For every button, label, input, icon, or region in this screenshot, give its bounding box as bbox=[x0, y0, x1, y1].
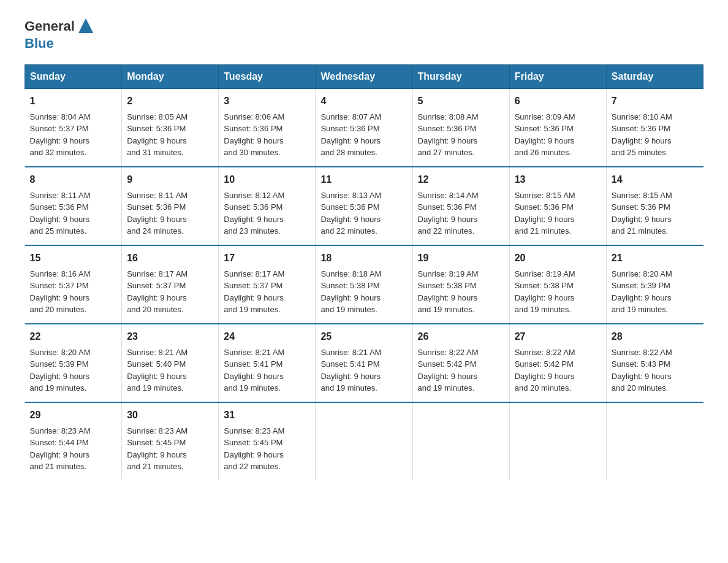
page-header: General Blue bbox=[25, 18, 703, 52]
day-cell: 11Sunrise: 8:13 AMSunset: 5:36 PMDayligh… bbox=[316, 167, 412, 245]
day-cell: 6Sunrise: 8:09 AMSunset: 5:36 PMDaylight… bbox=[509, 88, 606, 167]
week-row-4: 22Sunrise: 8:20 AMSunset: 5:39 PMDayligh… bbox=[25, 324, 703, 402]
day-number: 8 bbox=[30, 172, 117, 187]
day-info: Sunrise: 8:11 AMSunset: 5:36 PMDaylight:… bbox=[127, 190, 213, 237]
header-cell-thursday: Thursday bbox=[412, 64, 509, 88]
day-cell bbox=[316, 402, 412, 480]
day-number: 20 bbox=[515, 251, 601, 266]
day-cell: 18Sunrise: 8:18 AMSunset: 5:38 PMDayligh… bbox=[316, 245, 412, 324]
day-cell: 29Sunrise: 8:23 AMSunset: 5:44 PMDayligh… bbox=[25, 402, 122, 480]
header-row: SundayMondayTuesdayWednesdayThursdayFrid… bbox=[25, 64, 703, 88]
day-number: 1 bbox=[30, 94, 117, 109]
day-cell: 1Sunrise: 8:04 AMSunset: 5:37 PMDaylight… bbox=[25, 88, 122, 167]
day-info: Sunrise: 8:04 AMSunset: 5:37 PMDaylight:… bbox=[30, 111, 117, 159]
day-number: 3 bbox=[224, 94, 310, 109]
day-number: 23 bbox=[127, 329, 213, 344]
header-cell-monday: Monday bbox=[122, 64, 219, 88]
day-number: 4 bbox=[320, 94, 407, 109]
day-info: Sunrise: 8:15 AMSunset: 5:36 PMDaylight:… bbox=[515, 190, 601, 237]
day-info: Sunrise: 8:14 AMSunset: 5:36 PMDaylight:… bbox=[418, 190, 504, 237]
day-cell: 21Sunrise: 8:20 AMSunset: 5:39 PMDayligh… bbox=[606, 245, 703, 324]
day-cell bbox=[509, 402, 606, 480]
day-cell: 14Sunrise: 8:15 AMSunset: 5:36 PMDayligh… bbox=[606, 167, 703, 245]
day-info: Sunrise: 8:20 AMSunset: 5:39 PMDaylight:… bbox=[612, 268, 699, 316]
day-number: 9 bbox=[127, 172, 213, 187]
week-row-3: 15Sunrise: 8:16 AMSunset: 5:37 PMDayligh… bbox=[25, 245, 703, 324]
header-cell-sunday: Sunday bbox=[25, 64, 122, 88]
day-info: Sunrise: 8:06 AMSunset: 5:36 PMDaylight:… bbox=[224, 111, 310, 159]
day-info: Sunrise: 8:15 AMSunset: 5:36 PMDaylight:… bbox=[612, 190, 699, 237]
day-info: Sunrise: 8:17 AMSunset: 5:37 PMDaylight:… bbox=[224, 268, 310, 316]
day-number: 24 bbox=[224, 329, 310, 344]
day-cell: 9Sunrise: 8:11 AMSunset: 5:36 PMDaylight… bbox=[122, 167, 219, 245]
day-cell: 30Sunrise: 8:23 AMSunset: 5:45 PMDayligh… bbox=[122, 402, 219, 480]
day-number: 12 bbox=[418, 172, 504, 187]
day-cell bbox=[606, 402, 703, 480]
day-number: 17 bbox=[224, 251, 310, 266]
day-cell: 3Sunrise: 8:06 AMSunset: 5:36 PMDaylight… bbox=[219, 88, 316, 167]
day-cell: 4Sunrise: 8:07 AMSunset: 5:36 PMDaylight… bbox=[316, 88, 412, 167]
day-info: Sunrise: 8:13 AMSunset: 5:36 PMDaylight:… bbox=[320, 190, 407, 237]
day-info: Sunrise: 8:09 AMSunset: 5:36 PMDaylight:… bbox=[515, 111, 601, 159]
logo-icon bbox=[76, 16, 96, 36]
day-number: 13 bbox=[515, 172, 601, 187]
day-number: 19 bbox=[418, 251, 504, 266]
day-cell: 19Sunrise: 8:19 AMSunset: 5:38 PMDayligh… bbox=[412, 245, 509, 324]
day-number: 2 bbox=[127, 94, 213, 109]
day-info: Sunrise: 8:08 AMSunset: 5:36 PMDaylight:… bbox=[418, 111, 504, 159]
day-cell bbox=[412, 402, 509, 480]
header-cell-friday: Friday bbox=[509, 64, 606, 88]
day-info: Sunrise: 8:22 AMSunset: 5:42 PMDaylight:… bbox=[515, 347, 601, 394]
day-info: Sunrise: 8:23 AMSunset: 5:45 PMDaylight:… bbox=[127, 425, 213, 473]
week-row-5: 29Sunrise: 8:23 AMSunset: 5:44 PMDayligh… bbox=[25, 402, 703, 480]
week-row-2: 8Sunrise: 8:11 AMSunset: 5:36 PMDaylight… bbox=[25, 167, 703, 245]
day-info: Sunrise: 8:23 AMSunset: 5:44 PMDaylight:… bbox=[30, 425, 117, 473]
day-number: 27 bbox=[515, 329, 601, 344]
day-number: 26 bbox=[418, 329, 504, 344]
day-info: Sunrise: 8:20 AMSunset: 5:39 PMDaylight:… bbox=[30, 347, 117, 394]
day-number: 15 bbox=[30, 251, 117, 266]
day-cell: 5Sunrise: 8:08 AMSunset: 5:36 PMDaylight… bbox=[412, 88, 509, 167]
day-number: 31 bbox=[224, 408, 310, 423]
day-info: Sunrise: 8:21 AMSunset: 5:40 PMDaylight:… bbox=[127, 347, 213, 394]
day-cell: 20Sunrise: 8:19 AMSunset: 5:38 PMDayligh… bbox=[509, 245, 606, 324]
day-info: Sunrise: 8:19 AMSunset: 5:38 PMDaylight:… bbox=[418, 268, 504, 316]
header-cell-saturday: Saturday bbox=[606, 64, 703, 88]
day-cell: 7Sunrise: 8:10 AMSunset: 5:36 PMDaylight… bbox=[606, 88, 703, 167]
day-number: 21 bbox=[612, 251, 699, 266]
day-number: 22 bbox=[30, 329, 117, 344]
day-info: Sunrise: 8:21 AMSunset: 5:41 PMDaylight:… bbox=[224, 347, 310, 394]
day-number: 16 bbox=[127, 251, 213, 266]
week-row-1: 1Sunrise: 8:04 AMSunset: 5:37 PMDaylight… bbox=[25, 88, 703, 167]
day-cell: 13Sunrise: 8:15 AMSunset: 5:36 PMDayligh… bbox=[509, 167, 606, 245]
day-info: Sunrise: 8:07 AMSunset: 5:36 PMDaylight:… bbox=[320, 111, 407, 159]
calendar-body: 1Sunrise: 8:04 AMSunset: 5:37 PMDaylight… bbox=[25, 88, 703, 480]
day-cell: 10Sunrise: 8:12 AMSunset: 5:36 PMDayligh… bbox=[219, 167, 316, 245]
day-info: Sunrise: 8:12 AMSunset: 5:36 PMDaylight:… bbox=[224, 190, 310, 237]
day-cell: 28Sunrise: 8:22 AMSunset: 5:43 PMDayligh… bbox=[606, 324, 703, 402]
calendar-table: SundayMondayTuesdayWednesdayThursdayFrid… bbox=[25, 64, 703, 480]
day-cell: 25Sunrise: 8:21 AMSunset: 5:41 PMDayligh… bbox=[316, 324, 412, 402]
day-number: 10 bbox=[224, 172, 310, 187]
day-info: Sunrise: 8:19 AMSunset: 5:38 PMDaylight:… bbox=[515, 268, 601, 316]
logo: General Blue bbox=[25, 18, 96, 52]
header-cell-wednesday: Wednesday bbox=[316, 64, 412, 88]
day-number: 18 bbox=[320, 251, 407, 266]
day-cell: 2Sunrise: 8:05 AMSunset: 5:36 PMDaylight… bbox=[122, 88, 219, 167]
day-info: Sunrise: 8:05 AMSunset: 5:36 PMDaylight:… bbox=[127, 111, 213, 159]
day-cell: 26Sunrise: 8:22 AMSunset: 5:42 PMDayligh… bbox=[412, 324, 509, 402]
day-cell: 24Sunrise: 8:21 AMSunset: 5:41 PMDayligh… bbox=[219, 324, 316, 402]
day-info: Sunrise: 8:10 AMSunset: 5:36 PMDaylight:… bbox=[612, 111, 699, 159]
day-info: Sunrise: 8:16 AMSunset: 5:37 PMDaylight:… bbox=[30, 268, 117, 316]
calendar-header: SundayMondayTuesdayWednesdayThursdayFrid… bbox=[25, 64, 703, 88]
day-info: Sunrise: 8:23 AMSunset: 5:45 PMDaylight:… bbox=[224, 425, 310, 473]
day-info: Sunrise: 8:22 AMSunset: 5:42 PMDaylight:… bbox=[418, 347, 504, 394]
day-number: 6 bbox=[515, 94, 601, 109]
day-number: 28 bbox=[612, 329, 699, 344]
day-number: 5 bbox=[418, 94, 504, 109]
day-cell: 23Sunrise: 8:21 AMSunset: 5:40 PMDayligh… bbox=[122, 324, 219, 402]
day-number: 30 bbox=[127, 408, 213, 423]
day-cell: 8Sunrise: 8:11 AMSunset: 5:36 PMDaylight… bbox=[25, 167, 122, 245]
day-cell: 15Sunrise: 8:16 AMSunset: 5:37 PMDayligh… bbox=[25, 245, 122, 324]
day-cell: 17Sunrise: 8:17 AMSunset: 5:37 PMDayligh… bbox=[219, 245, 316, 324]
